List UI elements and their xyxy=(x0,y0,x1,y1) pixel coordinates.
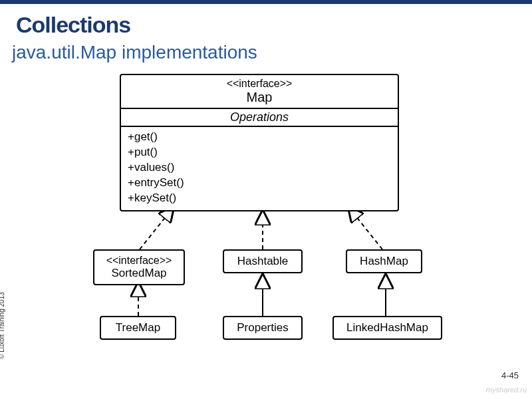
uml-class-sortedmap: <<interface>> SortedMap xyxy=(93,249,185,285)
uml-class-hashmap: HashMap xyxy=(346,249,422,273)
svg-line-2 xyxy=(348,206,382,249)
class-name: HashMap xyxy=(354,255,414,268)
uml-class-hashtable: Hashtable xyxy=(223,249,303,273)
stereotype-label: <<interface>> xyxy=(126,78,392,90)
op-item: +get() xyxy=(128,130,391,145)
page-title: Collections xyxy=(0,4,532,38)
class-name: LinkedHashMap xyxy=(340,321,434,334)
uml-class-treemap: TreeMap xyxy=(100,316,176,340)
page-subtitle: java.util.Map implementations xyxy=(0,38,532,63)
class-name: TreeMap xyxy=(108,321,168,334)
uml-header: <<interface>> Map xyxy=(121,75,398,109)
uml-diagram: Hashtable (solid) --> HashMap (solid) --… xyxy=(0,70,532,369)
uml-class-map: <<interface>> Map Operations +get() +put… xyxy=(120,74,399,211)
op-item: +put() xyxy=(128,145,391,160)
class-name: SortedMap xyxy=(101,267,177,280)
op-item: +keySet() xyxy=(128,191,391,206)
page-number: 4-45 xyxy=(501,370,519,380)
class-name: Properties xyxy=(231,321,295,334)
operations-list: +get() +put() +values() +entrySet() +key… xyxy=(121,127,398,210)
stereotype-label: <<interface>> xyxy=(101,255,177,267)
class-name: Map xyxy=(126,90,392,105)
watermark-text: myshared.ru xyxy=(486,386,527,394)
uml-class-properties: Properties xyxy=(223,316,303,340)
copyright-text: © Luxoft Training 2013 xyxy=(0,292,5,359)
op-item: +entrySet() xyxy=(128,176,391,191)
svg-line-0 xyxy=(140,206,174,249)
uml-class-linkedhashmap: LinkedHashMap xyxy=(332,316,442,340)
class-name: Hashtable xyxy=(231,255,295,268)
operations-label: Operations xyxy=(121,109,398,127)
op-item: +values() xyxy=(128,160,391,176)
